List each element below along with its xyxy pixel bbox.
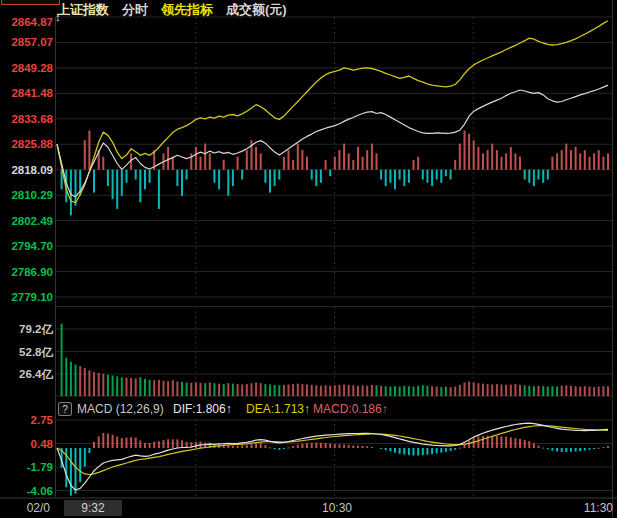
tab-intraday[interactable]: 分时 (122, 1, 148, 16)
tab-turnover[interactable]: 成交额(元) (226, 1, 287, 16)
time-label-1030: 10:30 (315, 501, 359, 515)
price-tick-label: 2818.09 (3, 163, 53, 177)
price-tick-label: 2786.90 (3, 265, 53, 279)
price-tick-label: 2833.68 (3, 112, 53, 126)
price-tick-label: 2857.07 (3, 35, 53, 49)
macd-tick-label: 0.48 (3, 437, 53, 451)
price-tick-label: 2841.48 (3, 86, 53, 100)
macd-dif-value: DIF:1.806↑ (173, 402, 232, 416)
macd-dea-value: DEA:1.713↑ (246, 402, 310, 416)
macd-indicator-name[interactable]: MACD (12,26,9) (77, 402, 164, 416)
macd-tick-label: 2.75 (3, 413, 53, 427)
macd-tick-label: -4.06 (3, 484, 53, 498)
price-tick-label: 2825.88 (3, 137, 53, 151)
volume-tick-label: 52.8亿 (3, 345, 53, 359)
tab-index-name[interactable]: 上证指数 (57, 1, 109, 16)
help-button[interactable]: ? (58, 402, 72, 416)
tab-leading-indicator[interactable]: 领先指标 (161, 1, 213, 16)
chart-canvas[interactable] (0, 0, 617, 518)
price-tick-label: 2864.87 (3, 15, 53, 29)
price-chart[interactable] (57, 21, 609, 216)
macd-chart[interactable] (57, 423, 609, 495)
time-label-1130: 11:30 (584, 501, 613, 515)
scale-adjust-icon[interactable]: ↕ (55, 11, 61, 23)
macd-tick-label: -1.79 (3, 460, 53, 474)
grid-lines (56, 17, 612, 497)
price-tick-label: 2802.49 (3, 214, 53, 228)
volume-tick-label: 79.2亿 (3, 322, 53, 336)
price-tick-label: 2849.28 (3, 61, 53, 75)
volume-chart[interactable] (61, 324, 609, 396)
price-tick-label: 2810.29 (3, 188, 53, 202)
chart-header: 上证指数 分时 领先指标 成交额(元) (57, 1, 287, 16)
price-tick-label: 2794.70 (3, 239, 53, 253)
date-label: 02/0 (14, 501, 50, 515)
time-axis: 02/0 9:32 10:30 11:30 (0, 499, 617, 517)
price-tick-label: 2779.10 (3, 290, 53, 304)
macd-hist-value: MACD:0.186↑ (313, 402, 388, 416)
macd-header: ? MACD (12,26,9) DIF:1.806↑ DEA:1.713↑ M… (56, 401, 612, 417)
volume-tick-label: 26.4亿 (3, 367, 53, 381)
crosshair-time-label: 9:32 (64, 500, 122, 516)
stock-app-window: 上证指数 分时 领先指标 成交额(元) ↕ 2864.872857.072849… (0, 0, 617, 518)
